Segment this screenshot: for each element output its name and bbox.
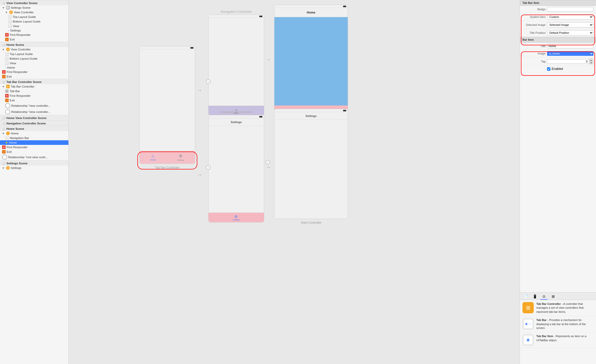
bottom-layout-guide-1[interactable]: ▢ Bottom Layout Guide — [0, 19, 68, 24]
rel-icon — [5, 103, 10, 108]
tab-bar-controller-item[interactable]: ▼ ⊞ Tab Bar Controller — [0, 84, 68, 89]
arrow-icon: ▼ — [2, 167, 5, 169]
system-item-row: System Item Custom — [520, 13, 596, 21]
settings-scene-2-title: Settings Scene — [6, 162, 27, 165]
system-item-select[interactable]: Custom — [547, 14, 593, 19]
home-scene-header: ⬜ Home Scene — [0, 42, 68, 47]
nav-controller-scene-header: ⬜ Navigation Controller Scene — [0, 120, 68, 126]
bar-item-fields-wrap: Title Image ic_home Tag ▲ ▼ — [520, 42, 596, 72]
battery-icon — [190, 47, 193, 49]
first-responder-label4: First Responder — [7, 146, 28, 149]
rel-vc-2[interactable]: Relationship "view controller... — [0, 109, 68, 115]
tab-circle-icon[interactable]: ⊙ — [540, 294, 548, 300]
home-star-label: Home — [9, 141, 17, 144]
nav-controller-bottom-label: Navigation Controller — [208, 110, 264, 114]
exit-2[interactable]: → Exit — [0, 74, 68, 79]
right-bottom-tabs: 📄 📱 ⊙ ⊞ — [520, 293, 596, 300]
first-responder-4[interactable]: ● First Responder — [0, 145, 68, 149]
settings-back-item[interactable]: ‹ Settings — [0, 28, 68, 33]
vc-settings-item[interactable]: ▼ ● View Controller — [0, 10, 68, 15]
right-top: Tab Bar Item Badge System Item Custom Se… — [520, 0, 596, 292]
rel-root-vc[interactable]: Relationship "root view contr... — [0, 154, 68, 160]
first-responder-2[interactable]: ● First Responder — [0, 70, 68, 74]
settings-vc-item[interactable]: ▼ ● Settings — [0, 166, 68, 170]
battery-icon — [259, 116, 262, 117]
nav-body-top — [209, 18, 264, 106]
chevron-icon: ‹ — [8, 29, 9, 32]
bar-image-row: Image ic_home — [520, 50, 596, 57]
exit-3[interactable]: → Exit — [0, 98, 68, 103]
vc-home-item[interactable]: ▼ ● View Controller — [0, 47, 68, 52]
scene-icon-settings2: ⬜ — [2, 162, 5, 165]
top-layout-label2: Top Layout Guide — [10, 52, 33, 56]
first-responder-3[interactable]: ● First Responder — [0, 93, 68, 98]
settings-body — [209, 126, 264, 212]
bar-tag-label: Tag — [522, 60, 546, 63]
tab-bar-item-section-title: Tab Bar Item — [520, 0, 596, 6]
tab-bar-controller-canvas-label: Tab Bar Controller — [139, 166, 195, 169]
tag-increment-button[interactable]: ▲ — [589, 59, 593, 61]
home-nav-item[interactable]: ▼ ‹ Home — [0, 131, 68, 136]
nav-controller-top-mockup: Navigation Controller ⌂ Home — [208, 10, 264, 116]
scene-icon-nav: ⬜ — [2, 122, 5, 125]
vc-iphone-bottom: Settings — [274, 109, 348, 219]
bar-item-section-label: Bar Item — [522, 38, 534, 41]
view-item-1[interactable]: ▢ View — [0, 24, 68, 28]
view-item-2[interactable]: ▢ View — [0, 61, 68, 66]
title-position-row: Title Position Default Position — [520, 29, 596, 37]
settings-back-label: Settings — [10, 29, 21, 32]
tab-bar-item[interactable]: ≡ Tab Bar — [0, 89, 68, 93]
settings-tab-icon: ⚙ — [179, 154, 182, 158]
home-scene-2-title: Home Scene — [6, 127, 24, 130]
vc-bottom-canvas-label: View Controller — [274, 221, 348, 224]
tab-bar-controller-icon: ⊞ — [6, 85, 10, 88]
bottom-layout-guide-2[interactable]: ▢ Bottom Layout Guide — [0, 56, 68, 61]
star-icon: ★ — [5, 141, 8, 144]
home-tab-text: Home — [150, 159, 156, 161]
scene-title-vc: View Controller Scene — [6, 2, 37, 5]
connector-2: ⊗ — [206, 165, 211, 170]
selected-image-row: Selected Image Selected Image — [520, 21, 596, 29]
nav-bar-home: Home — [274, 8, 348, 17]
tab-bar-iphone: ⌂ Home ⚙ Settings — [139, 46, 195, 164]
enabled-checkbox[interactable] — [547, 67, 550, 71]
scene-icon-vc: ⬜ — [2, 2, 5, 5]
scene-header-vc: ⬜ View Controller Scene — [0, 0, 68, 5]
first-responder-label: First Responder — [10, 33, 31, 36]
home-star-item[interactable]: ★ Home — [0, 140, 68, 145]
tab-phone-icon[interactable]: 📱 — [531, 294, 538, 300]
scene-icon-home: ⬜ — [2, 44, 5, 46]
exit-1[interactable]: → Exit — [0, 37, 68, 42]
tag-input[interactable] — [547, 59, 589, 64]
bar-title-input[interactable] — [547, 44, 593, 48]
tab-grid-icon[interactable]: ⊞ — [550, 294, 557, 300]
badge-row: Badge — [520, 6, 596, 13]
exit-icon: → — [5, 99, 9, 102]
tbc-info-title: Tab Bar Controller — [536, 302, 561, 305]
right-panel: Tab Bar Item Badge System Item Custom Se… — [520, 0, 596, 364]
badge-input[interactable] — [547, 7, 593, 12]
first-responder-1[interactable]: ● First Responder — [0, 33, 68, 37]
responder-icon: ● — [5, 33, 9, 37]
tab-document-icon[interactable]: 📄 — [522, 294, 529, 300]
top-layout-guide-2[interactable]: ▢ Top Layout Guide — [0, 52, 68, 56]
rel-vc-1[interactable]: Relationship "view controller... — [0, 103, 68, 109]
home-back-item[interactable]: ‹ Home — [0, 66, 68, 70]
title-position-select[interactable]: Default Position — [547, 30, 593, 35]
top-layout-guide-1[interactable]: ▢ Top Layout Guide — [0, 15, 68, 19]
tbc-icon-inner: ⊞ — [523, 303, 533, 312]
arrow-icon: ▼ — [2, 6, 5, 9]
settings-nav-bar: Settings — [209, 118, 264, 126]
nav-bar-item[interactable]: ═ Navigation Bar — [0, 136, 68, 140]
bar-image-select[interactable]: ic_home — [547, 51, 593, 56]
info-tb-text: Tab Bar - Provides a mechanism for displ… — [536, 318, 593, 330]
responder-icon: ● — [2, 145, 6, 149]
tag-decrement-button[interactable]: ▼ — [589, 61, 593, 64]
tbc-star-icon: ⊞ — [526, 305, 530, 311]
responder-icon: ● — [5, 94, 9, 98]
info-tab-bar-controller: ⊞ Tab Bar Controller - A controller that… — [520, 300, 596, 316]
tab-bar-scene-title: Tab Bar Controller Scene — [6, 80, 42, 83]
selected-image-select[interactable]: Selected Image — [547, 22, 593, 27]
view-label2: View — [10, 62, 16, 65]
exit-4[interactable]: → Exit — [0, 149, 68, 154]
